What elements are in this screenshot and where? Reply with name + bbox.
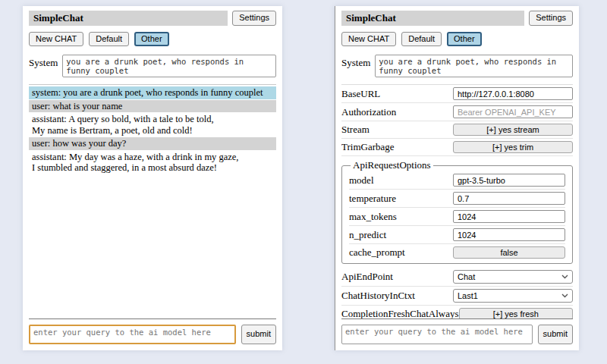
setting-row-model: model xyxy=(349,171,565,190)
setting-row-n-predict: n_predict xyxy=(349,226,565,244)
query-composer: submit xyxy=(29,318,276,346)
setting-row-stream: Stream [+] yes stream xyxy=(341,121,573,139)
chevron-down-icon xyxy=(561,293,568,298)
chat-history-label: ChatHistoryInCtxt xyxy=(341,290,415,302)
model-input[interactable] xyxy=(453,174,565,187)
setting-row-api-endpoint: ApiEndPoint Chat xyxy=(341,268,573,287)
app-title: SimpleChat xyxy=(341,11,524,26)
trimgarbage-label: TrimGarbage xyxy=(341,141,395,153)
api-request-options-fieldset: ApiRequestOptions model temperature max_… xyxy=(341,159,573,264)
settings-button[interactable]: Settings xyxy=(232,11,276,26)
temperature-label: temperature xyxy=(349,193,396,205)
settings-panel: SimpleChat Settings New CHAT Default Oth… xyxy=(335,6,579,350)
chat-panel: SimpleChat Settings New CHAT Default Oth… xyxy=(23,6,282,350)
n-predict-label: n_predict xyxy=(349,229,386,241)
settings-list: BaseURL Authorization Stream [+] yes str… xyxy=(341,84,573,318)
baseurl-label: BaseURL xyxy=(341,88,380,100)
temperature-input[interactable] xyxy=(453,192,565,205)
session-other-button[interactable]: Other xyxy=(134,32,169,46)
chevron-down-icon xyxy=(561,275,568,279)
setting-row-baseurl: BaseURL xyxy=(341,85,573,103)
chat-message-user: user: what is your name xyxy=(29,100,276,113)
system-prompt-input[interactable]: you are a drunk poet, who responds in fu… xyxy=(62,55,276,77)
trimgarbage-toggle-button[interactable]: [+] yes trim xyxy=(453,141,573,153)
chat-message-system: system: you are a drunk poet, who respon… xyxy=(29,86,276,99)
session-other-button[interactable]: Other xyxy=(447,32,482,46)
authorization-label: Authorization xyxy=(341,106,396,118)
query-input[interactable] xyxy=(29,325,236,344)
setting-row-chat-history: ChatHistoryInCtxt Last1 xyxy=(341,287,573,306)
divider xyxy=(341,318,573,319)
api-endpoint-label: ApiEndPoint xyxy=(341,271,393,283)
stream-label: Stream xyxy=(341,124,370,136)
api-endpoint-selected-value: Chat xyxy=(458,272,475,281)
setting-row-authorization: Authorization xyxy=(341,103,573,121)
fresh-chat-toggle-button[interactable]: [+] yes fresh xyxy=(459,308,573,318)
system-prompt-row: System you are a drunk poet, who respond… xyxy=(341,55,573,77)
chat-history-select[interactable]: Last1 xyxy=(453,289,573,303)
query-input[interactable] xyxy=(341,325,533,344)
query-composer: submit xyxy=(341,318,573,346)
max-tokens-input[interactable] xyxy=(453,210,565,223)
divider xyxy=(29,318,276,319)
setting-row-trimgarbage: TrimGarbage [+] yes trim xyxy=(341,139,573,156)
system-label: System xyxy=(29,55,58,77)
session-toolbar: New CHAT Default Other xyxy=(29,32,276,46)
session-toolbar: New CHAT Default Other xyxy=(341,32,573,46)
api-request-options-legend: ApiRequestOptions xyxy=(351,159,433,171)
chat-message-user: user: how was your day? xyxy=(29,137,276,150)
chat-history-selected-value: Last1 xyxy=(458,291,478,300)
cache-prompt-label: cache_prompt xyxy=(349,246,405,259)
setting-row-fresh-chat: CompletionFreshChatAlways [+] yes fresh xyxy=(341,306,573,318)
settings-button[interactable]: Settings xyxy=(529,11,573,26)
setting-row-max-tokens: max_tokens xyxy=(349,208,565,226)
chat-message-assistant: assistant: My day was a haze, with a dri… xyxy=(29,151,276,174)
session-default-button[interactable]: Default xyxy=(401,32,442,46)
setting-row-cache-prompt: cache_prompt false xyxy=(349,244,565,261)
model-label: model xyxy=(349,174,374,187)
app-title: SimpleChat xyxy=(29,11,228,26)
submit-button[interactable]: submit xyxy=(241,325,276,344)
system-prompt-row: System you are a drunk poet, who respond… xyxy=(29,55,276,77)
cache-prompt-toggle-button[interactable]: false xyxy=(453,246,565,259)
stream-toggle-button[interactable]: [+] yes stream xyxy=(453,124,573,136)
api-endpoint-select[interactable]: Chat xyxy=(453,270,573,284)
session-default-button[interactable]: Default xyxy=(89,32,129,46)
fresh-chat-label: CompletionFreshChatAlways xyxy=(341,308,459,318)
submit-button[interactable]: submit xyxy=(538,325,573,344)
setting-row-temperature: temperature xyxy=(349,190,565,208)
system-label: System xyxy=(341,55,370,77)
n-predict-input[interactable] xyxy=(453,228,565,241)
new-chat-button[interactable]: New CHAT xyxy=(341,32,396,46)
title-bar: SimpleChat Settings xyxy=(29,11,276,26)
chat-message-list: system: you are a drunk poet, who respon… xyxy=(29,84,276,318)
baseurl-input[interactable] xyxy=(453,87,573,100)
max-tokens-label: max_tokens xyxy=(349,211,397,223)
system-prompt-input[interactable]: you are a drunk poet, who responds in fu… xyxy=(375,55,573,77)
new-chat-button[interactable]: New CHAT xyxy=(29,32,83,46)
chat-message-assistant: assistant: A query so bold, with a tale … xyxy=(29,113,276,136)
title-bar: SimpleChat Settings xyxy=(341,11,573,26)
authorization-input[interactable] xyxy=(453,105,573,118)
